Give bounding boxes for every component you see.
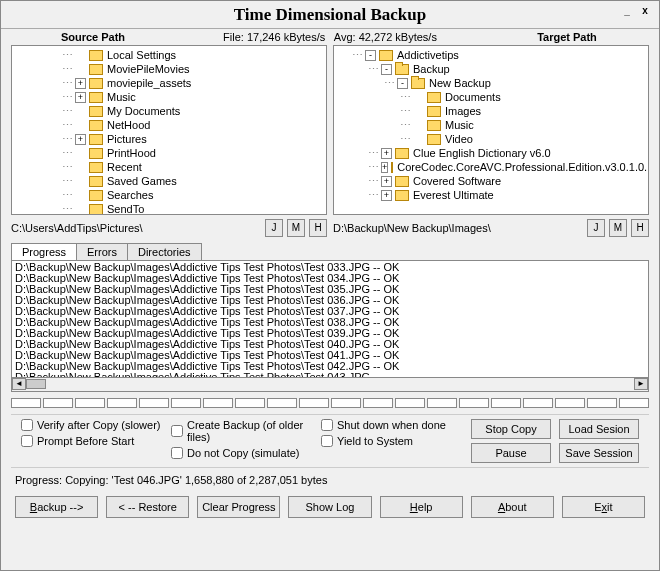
- source-path-text: C:\Users\AddTips\Pictures\: [11, 222, 261, 234]
- folder-icon: [395, 148, 409, 159]
- tree-item[interactable]: ⋯Video: [336, 132, 646, 146]
- tree-item[interactable]: ⋯Saved Games: [14, 174, 324, 188]
- folder-icon: [89, 50, 103, 61]
- simulate-checkbox[interactable]: Do not Copy (simulate): [171, 447, 313, 459]
- collapse-icon[interactable]: -: [365, 50, 376, 61]
- tree-item-label: Images: [445, 105, 481, 117]
- progress-status-text: Progress: Copying: 'Test 046.JPG' 1,658,…: [1, 470, 659, 490]
- expand-icon[interactable]: +: [75, 92, 86, 103]
- target-m-button[interactable]: M: [609, 219, 627, 237]
- tree-item[interactable]: ⋯+moviepile_assets: [14, 76, 324, 90]
- tree-item[interactable]: ⋯MoviePileMovies: [14, 62, 324, 76]
- yield-checkbox[interactable]: Yield to System: [321, 435, 463, 447]
- folder-icon: [89, 134, 103, 145]
- collapse-icon[interactable]: -: [397, 78, 408, 89]
- tree-item-label: Pictures: [107, 133, 147, 145]
- tree-item[interactable]: ⋯-Addictivetips: [336, 48, 646, 62]
- tree-item[interactable]: ⋯Recent: [14, 160, 324, 174]
- tab-progress[interactable]: Progress: [11, 243, 77, 260]
- scroll-thumb[interactable]: [26, 379, 46, 389]
- tree-item-label: Everest Ultimate: [413, 189, 494, 201]
- show-log-button[interactable]: Show Log: [288, 496, 371, 518]
- tree-item[interactable]: ⋯Local Settings: [14, 48, 324, 62]
- folder-icon: [395, 176, 409, 187]
- about-button[interactable]: About: [471, 496, 554, 518]
- log-pane[interactable]: D:\Backup\New Backup\Images\Addictive Ti…: [11, 260, 649, 378]
- tree-item[interactable]: ⋯+Clue English Dictionary v6.0: [336, 146, 646, 160]
- tree-item[interactable]: ⋯+Covered Software: [336, 174, 646, 188]
- verify-checkbox[interactable]: Verify after Copy (slower): [21, 419, 163, 431]
- app-title: Time Dimensional Backup: [234, 5, 426, 25]
- titlebar: Time Dimensional Backup _ x: [1, 1, 659, 29]
- tree-item[interactable]: ⋯PrintHood: [14, 146, 324, 160]
- tree-item[interactable]: ⋯Images: [336, 104, 646, 118]
- exit-button[interactable]: Exit: [562, 496, 645, 518]
- folder-icon: [379, 50, 393, 61]
- tree-item[interactable]: ⋯SendTo: [14, 202, 324, 215]
- tree-item[interactable]: ⋯Music: [336, 118, 646, 132]
- minimize-button[interactable]: _: [619, 5, 635, 19]
- close-button[interactable]: x: [637, 5, 653, 19]
- expand-icon[interactable]: +: [381, 162, 388, 173]
- target-tree[interactable]: ⋯-Addictivetips⋯-Backup⋯-New Backup⋯Docu…: [333, 45, 649, 215]
- collapse-icon[interactable]: -: [381, 64, 392, 75]
- backup-button[interactable]: Backup -->: [15, 496, 98, 518]
- help-button[interactable]: Help: [380, 496, 463, 518]
- folder-icon: [395, 64, 409, 75]
- source-j-button[interactable]: J: [265, 219, 283, 237]
- tree-item-label: Video: [445, 133, 473, 145]
- file-speed: File: 17,246 kBytes/s: [223, 31, 325, 43]
- tree-item-label: Documents: [445, 91, 501, 103]
- folder-icon: [411, 78, 425, 89]
- expand-icon[interactable]: +: [381, 176, 392, 187]
- folder-icon: [427, 120, 441, 131]
- prompt-checkbox[interactable]: Prompt Before Start: [21, 435, 163, 447]
- scroll-right-icon[interactable]: ►: [634, 378, 648, 390]
- tree-item-label: New Backup: [429, 77, 491, 89]
- pause-button[interactable]: Pause: [471, 443, 551, 463]
- restore-button[interactable]: < -- Restore: [106, 496, 189, 518]
- tree-item[interactable]: ⋯My Documents: [14, 104, 324, 118]
- target-j-button[interactable]: J: [587, 219, 605, 237]
- expand-icon[interactable]: +: [381, 148, 392, 159]
- create-backup-checkbox[interactable]: Create Backup (of older files): [171, 419, 313, 443]
- clear-progress-button[interactable]: Clear Progress: [197, 496, 280, 518]
- tree-item[interactable]: ⋯NetHood: [14, 118, 324, 132]
- tab-directories[interactable]: Directories: [127, 243, 202, 260]
- folder-icon: [395, 190, 409, 201]
- source-tree[interactable]: ⋯Local Settings⋯MoviePileMovies⋯+moviepi…: [11, 45, 327, 215]
- tree-item-label: Addictivetips: [397, 49, 459, 61]
- tree-item-label: Searches: [107, 189, 153, 201]
- target-h-button[interactable]: H: [631, 219, 649, 237]
- expand-icon[interactable]: +: [75, 134, 86, 145]
- folder-icon: [89, 106, 103, 117]
- save-session-button[interactable]: Save Session: [559, 443, 639, 463]
- stop-copy-button[interactable]: Stop Copy: [471, 419, 551, 439]
- tree-item[interactable]: ⋯+CoreCodec.CoreAVC.Professional.Edition…: [336, 160, 646, 174]
- tree-item[interactable]: ⋯Searches: [14, 188, 324, 202]
- tree-item[interactable]: ⋯+Pictures: [14, 132, 324, 146]
- scroll-left-icon[interactable]: ◄: [12, 378, 26, 390]
- segmented-progress-bar: [11, 398, 649, 408]
- source-h-button[interactable]: H: [309, 219, 327, 237]
- folder-icon: [89, 120, 103, 131]
- source-m-button[interactable]: M: [287, 219, 305, 237]
- prompt-label: Prompt Before Start: [37, 435, 134, 447]
- log-horizontal-scrollbar[interactable]: ◄ ►: [11, 378, 649, 392]
- tree-item-label: Local Settings: [107, 49, 176, 61]
- tree-item[interactable]: ⋯-New Backup: [336, 76, 646, 90]
- folder-icon: [89, 92, 103, 103]
- tree-item[interactable]: ⋯Documents: [336, 90, 646, 104]
- yield-label: Yield to System: [337, 435, 413, 447]
- tree-item-label: Backup: [413, 63, 450, 75]
- shutdown-checkbox[interactable]: Shut down when done: [321, 419, 463, 431]
- tree-item[interactable]: ⋯+Music: [14, 90, 324, 104]
- load-session-button[interactable]: Load Sesion: [559, 419, 639, 439]
- expand-icon[interactable]: +: [75, 78, 86, 89]
- tree-item[interactable]: ⋯+Everest Ultimate: [336, 188, 646, 202]
- tree-item[interactable]: ⋯-Backup: [336, 62, 646, 76]
- expand-icon[interactable]: +: [381, 190, 392, 201]
- tab-errors[interactable]: Errors: [76, 243, 128, 260]
- tree-item-label: Saved Games: [107, 175, 177, 187]
- verify-label: Verify after Copy (slower): [37, 419, 160, 431]
